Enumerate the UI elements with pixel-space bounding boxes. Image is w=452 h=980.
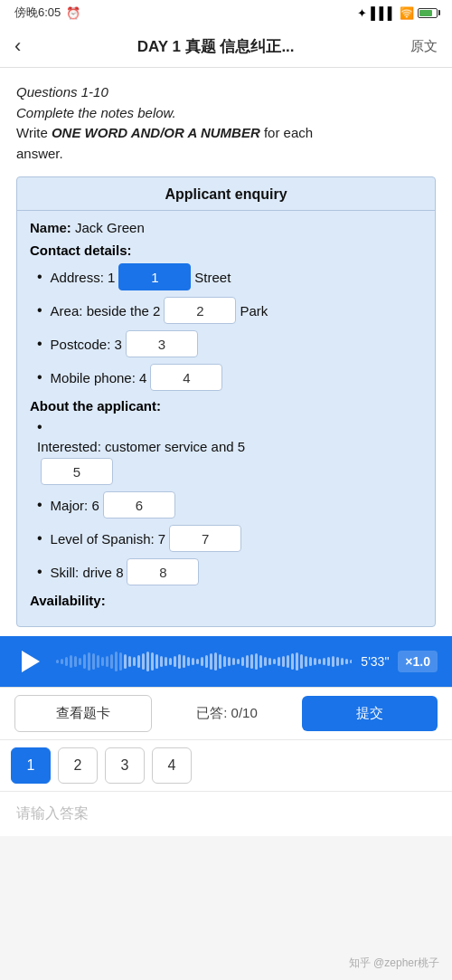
instruction-for-each: for each: [260, 125, 313, 140]
top-nav: ‹ DAY 1 真题 信息纠正... 原文: [0, 25, 452, 68]
contact-section-title: Contact details:: [30, 243, 422, 258]
answer-box-5[interactable]: 5: [41, 458, 113, 485]
status-right: ✦ ▌▌▌ 🛜: [357, 6, 438, 20]
about-list: Interested: customer service and 5 5 Maj…: [30, 419, 422, 585]
submit-button[interactable]: 提交: [302, 696, 438, 731]
bluetooth-icon: ✦: [357, 6, 367, 20]
list-item: Address: 1 1 Street: [37, 263, 422, 290]
applicant-enquiry-card: Applicant enquiry Name: Jack Green Conta…: [16, 176, 436, 627]
watermark: 知乎 @zepher桃子: [349, 956, 439, 971]
play-button[interactable]: [14, 645, 47, 678]
time-display: 5'33": [361, 654, 389, 669]
list-item: Area: beside the 2 2 Park: [37, 297, 422, 324]
instruction-line1: Questions 1-10: [16, 82, 436, 103]
status-alarm-icon: ⏰: [66, 6, 80, 20]
play-triangle-icon: [22, 651, 40, 672]
speed-button[interactable]: ×1.0: [398, 651, 438, 672]
major-pre: Major: 6: [51, 498, 99, 513]
mobile-pre: Mobile phone: 4: [51, 370, 147, 385]
name-label: Name:: [30, 220, 71, 235]
postcode-pre: Postcode: 3: [51, 337, 122, 352]
interested-line1: Interested: customer service and 5: [37, 439, 245, 454]
interested-pre: Interested: customer service and 5: [37, 439, 245, 454]
area-pre: Area: beside the 2: [51, 303, 161, 319]
area-park: Park: [240, 303, 268, 319]
instruction-line4: answer.: [16, 144, 436, 165]
answered-display: 已答: 0/10: [159, 705, 295, 722]
spanish-pre: Level of Spanish: 7: [51, 531, 166, 547]
answer-box-1[interactable]: 1: [118, 263, 191, 290]
answer-box-4[interactable]: 4: [150, 364, 222, 391]
skill-pre: Skill: drive 8: [51, 565, 124, 580]
audio-player: 5'33" ×1.0: [0, 636, 452, 687]
instruction-write: Write: [16, 125, 52, 140]
contact-list: Address: 1 1 Street Area: beside the 2 2…: [30, 263, 422, 391]
nav-title: DAY 1 真题 信息纠正...: [28, 36, 403, 57]
main-content: Questions 1-10 Complete the notes below.…: [0, 68, 452, 636]
card-body: Name: Jack Green Contact details: Addres…: [17, 211, 435, 626]
page-button-1[interactable]: 1: [11, 747, 51, 784]
list-item: Level of Spanish: 7 7: [37, 525, 422, 552]
answer-box-2[interactable]: 2: [164, 297, 236, 324]
list-item: Skill: drive 8 8: [37, 558, 422, 585]
battery-icon: [418, 8, 438, 18]
answer-box-3[interactable]: 3: [126, 330, 198, 357]
address-street: Street: [194, 270, 231, 285]
list-item: Major: 6 6: [37, 491, 422, 519]
answer-box-6[interactable]: 6: [103, 491, 175, 519]
pagination-bar: 1234: [0, 739, 452, 791]
list-item: Interested: customer service and 5 5: [37, 419, 422, 485]
name-value: Jack Green: [75, 220, 145, 235]
status-bar: 傍晚6:05 ⏰ ✦ ▌▌▌ 🛜: [0, 0, 452, 25]
page-button-3[interactable]: 3: [105, 747, 145, 784]
availability-section-title: Availability:: [30, 593, 422, 608]
back-button[interactable]: ‹: [14, 34, 21, 58]
waveform: [56, 649, 352, 674]
list-item: Mobile phone: 4 4: [37, 364, 422, 391]
name-row: Name: Jack Green: [30, 220, 422, 235]
status-left: 傍晚6:05 ⏰: [14, 5, 80, 21]
answer-box-7[interactable]: 7: [169, 525, 241, 552]
list-item: Postcode: 3 3: [37, 330, 422, 357]
card-title: Applicant enquiry: [17, 177, 435, 211]
instruction-line3: Write ONE WORD AND/OR A NUMBER for each: [16, 123, 436, 144]
page-button-2[interactable]: 2: [58, 747, 98, 784]
signal-icon: ▌▌▌: [371, 6, 396, 20]
answer-box-8[interactable]: 8: [127, 558, 199, 585]
wifi-icon: 🛜: [400, 6, 414, 20]
answer-input-placeholder: 请输入答案: [16, 805, 89, 821]
original-text-button[interactable]: 原文: [410, 38, 438, 55]
about-section-title: About the applicant:: [30, 398, 422, 414]
instruction-line2: Complete the notes below.: [16, 103, 436, 124]
instruction-bold: ONE WORD AND/OR A NUMBER: [52, 125, 260, 140]
instruction-block: Questions 1-10 Complete the notes below.…: [16, 82, 436, 164]
address-pre: Address: 1: [51, 270, 116, 285]
view-card-button[interactable]: 查看题卡: [14, 695, 152, 732]
bottom-action-bar: 查看题卡 已答: 0/10 提交: [0, 687, 452, 739]
answer-input-area: 请输入答案: [0, 791, 452, 836]
page-button-4[interactable]: 4: [152, 747, 192, 784]
status-time: 傍晚6:05: [14, 5, 61, 21]
